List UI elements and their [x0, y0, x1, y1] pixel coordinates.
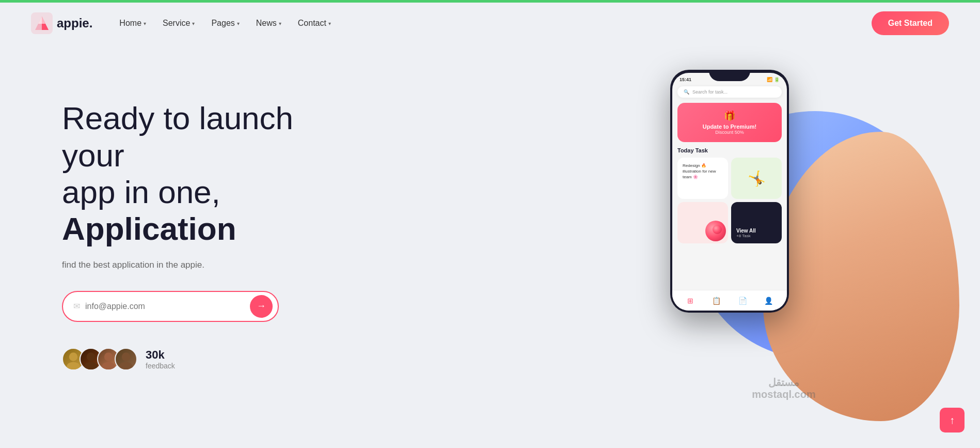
phone-wrapper: 15:41 📶 🔋 🔍 Search for task... 🎁 Update … — [639, 59, 928, 411]
nav-item-news[interactable]: News ▾ — [250, 14, 288, 32]
svg-point-2 — [67, 362, 80, 370]
feedback-row: 30k feedback — [62, 348, 330, 370]
hero-section: Ready to launch your app in one, Applica… — [0, 44, 980, 437]
nav-item-home[interactable]: Home ▾ — [113, 14, 152, 32]
avatars — [62, 348, 137, 370]
get-started-button[interactable]: Get Started — [872, 11, 949, 35]
phone-nav-profile: 👤 — [764, 296, 774, 306]
logo-text: appie. — [57, 16, 92, 30]
phone-time: 15:41 — [679, 77, 691, 82]
svg-point-1 — [69, 352, 77, 361]
hero-content: Ready to launch your app in one, Applica… — [62, 100, 330, 370]
nav-left: appie. Home ▾ Service ▾ Pages ▾ — [31, 12, 337, 34]
svg-point-3 — [87, 352, 95, 361]
task-card-illustration: 🤸 — [731, 158, 782, 199]
hero-subtitle: find the best application in the appie. — [62, 260, 330, 270]
nav-item-contact[interactable]: Contact ▾ — [292, 14, 337, 32]
svg-point-5 — [104, 352, 113, 361]
svg-point-8 — [119, 362, 132, 370]
phone-nav-home: ⊞ — [685, 296, 696, 306]
hero-visual: 15:41 📶 🔋 🔍 Search for task... 🎁 Update … — [639, 59, 928, 411]
phone-hand-area: 15:41 📶 🔋 🔍 Search for task... 🎁 Update … — [650, 65, 918, 406]
chevron-down-icon: ▾ — [192, 21, 195, 26]
phone-mockup: 15:41 📶 🔋 🔍 Search for task... 🎁 Update … — [670, 70, 789, 313]
phone-search-bar: 🔍 Search for task... — [677, 86, 782, 98]
task-card-pink — [677, 202, 728, 243]
nav-item-service[interactable]: Service ▾ — [156, 14, 201, 32]
hand-background — [763, 132, 959, 421]
email-form: ✉ → — [62, 291, 279, 322]
feedback-text: 30k feedback — [146, 348, 175, 370]
email-submit-button[interactable]: → — [250, 295, 273, 318]
nav-item-pages[interactable]: Pages ▾ — [205, 14, 245, 32]
phone-nav-files: 📄 — [737, 296, 748, 306]
logo-icon — [31, 12, 53, 34]
mail-icon: ✉ — [73, 301, 80, 311]
phone-nav-calendar: 📋 — [712, 296, 722, 306]
email-input[interactable] — [85, 302, 250, 311]
nav-links: Home ▾ Service ▾ Pages ▾ News ▾ — [113, 14, 337, 32]
chevron-down-icon: ▾ — [328, 21, 331, 26]
search-icon: 🔍 — [684, 89, 689, 95]
task-grid: Redesign 🔥 illustration for new team 🌸 🤸 — [677, 158, 782, 243]
svg-point-4 — [84, 362, 97, 370]
navbar: appie. Home ▾ Service ▾ Pages ▾ — [0, 3, 980, 44]
chevron-down-icon: ▾ — [279, 21, 281, 26]
phone-screen: 15:41 📶 🔋 🔍 Search for task... 🎁 Update … — [672, 73, 787, 311]
ball-decoration — [705, 221, 726, 241]
svg-point-6 — [102, 362, 115, 370]
scroll-to-top-button[interactable]: ↑ — [940, 408, 965, 432]
phone-notch — [709, 70, 750, 81]
avatar — [115, 348, 137, 370]
task-card-redesign: Redesign 🔥 illustration for new team 🌸 — [677, 158, 728, 199]
chevron-down-icon: ▾ — [144, 21, 146, 26]
chevron-down-icon: ▾ — [237, 21, 240, 26]
svg-point-7 — [122, 352, 130, 361]
hero-title: Ready to launch your app in one, Applica… — [62, 100, 330, 247]
promo-card: 🎁 Update to Premium! Discount 50% — [677, 103, 782, 142]
today-task-section: Today Task Redesign 🔥 illustration for n… — [672, 147, 787, 243]
phone-bottom-nav: ⊞ 📋 📄 👤 — [672, 290, 787, 311]
logo[interactable]: appie. — [31, 12, 92, 34]
task-card-viewall: View All +8 Task — [731, 202, 782, 243]
signal-icons: 📶 🔋 — [767, 77, 780, 82]
